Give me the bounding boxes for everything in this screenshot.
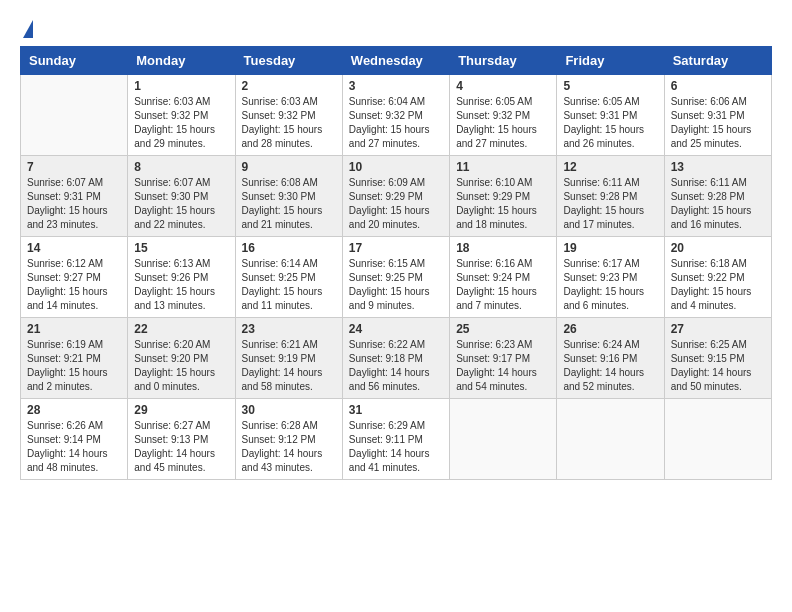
day-info: Sunrise: 6:08 AMSunset: 9:30 PMDaylight:… <box>242 176 336 232</box>
calendar-cell <box>664 399 771 480</box>
day-info: Sunrise: 6:05 AMSunset: 9:32 PMDaylight:… <box>456 95 550 151</box>
day-number: 19 <box>563 241 657 255</box>
day-info: Sunrise: 6:10 AMSunset: 9:29 PMDaylight:… <box>456 176 550 232</box>
day-info: Sunrise: 6:05 AMSunset: 9:31 PMDaylight:… <box>563 95 657 151</box>
calendar-cell <box>450 399 557 480</box>
day-info: Sunrise: 6:12 AMSunset: 9:27 PMDaylight:… <box>27 257 121 313</box>
calendar-cell: 29Sunrise: 6:27 AMSunset: 9:13 PMDayligh… <box>128 399 235 480</box>
calendar-cell: 15Sunrise: 6:13 AMSunset: 9:26 PMDayligh… <box>128 237 235 318</box>
day-number: 11 <box>456 160 550 174</box>
column-header-friday: Friday <box>557 47 664 75</box>
day-number: 13 <box>671 160 765 174</box>
calendar-week-row: 14Sunrise: 6:12 AMSunset: 9:27 PMDayligh… <box>21 237 772 318</box>
day-number: 18 <box>456 241 550 255</box>
day-number: 31 <box>349 403 443 417</box>
day-number: 20 <box>671 241 765 255</box>
column-header-thursday: Thursday <box>450 47 557 75</box>
calendar-cell: 4Sunrise: 6:05 AMSunset: 9:32 PMDaylight… <box>450 75 557 156</box>
calendar-cell: 14Sunrise: 6:12 AMSunset: 9:27 PMDayligh… <box>21 237 128 318</box>
calendar-cell: 13Sunrise: 6:11 AMSunset: 9:28 PMDayligh… <box>664 156 771 237</box>
day-number: 5 <box>563 79 657 93</box>
calendar-cell: 21Sunrise: 6:19 AMSunset: 9:21 PMDayligh… <box>21 318 128 399</box>
day-info: Sunrise: 6:07 AMSunset: 9:31 PMDaylight:… <box>27 176 121 232</box>
logo-triangle-icon <box>23 20 33 38</box>
header <box>20 16 772 38</box>
day-info: Sunrise: 6:13 AMSunset: 9:26 PMDaylight:… <box>134 257 228 313</box>
calendar-cell: 22Sunrise: 6:20 AMSunset: 9:20 PMDayligh… <box>128 318 235 399</box>
day-number: 28 <box>27 403 121 417</box>
day-number: 2 <box>242 79 336 93</box>
column-header-monday: Monday <box>128 47 235 75</box>
day-number: 14 <box>27 241 121 255</box>
day-number: 6 <box>671 79 765 93</box>
calendar-cell: 10Sunrise: 6:09 AMSunset: 9:29 PMDayligh… <box>342 156 449 237</box>
calendar-cell: 26Sunrise: 6:24 AMSunset: 9:16 PMDayligh… <box>557 318 664 399</box>
day-info: Sunrise: 6:22 AMSunset: 9:18 PMDaylight:… <box>349 338 443 394</box>
calendar-cell <box>21 75 128 156</box>
day-number: 8 <box>134 160 228 174</box>
calendar-cell: 25Sunrise: 6:23 AMSunset: 9:17 PMDayligh… <box>450 318 557 399</box>
calendar-cell: 23Sunrise: 6:21 AMSunset: 9:19 PMDayligh… <box>235 318 342 399</box>
calendar-cell: 5Sunrise: 6:05 AMSunset: 9:31 PMDaylight… <box>557 75 664 156</box>
calendar-cell: 2Sunrise: 6:03 AMSunset: 9:32 PMDaylight… <box>235 75 342 156</box>
calendar-week-row: 7Sunrise: 6:07 AMSunset: 9:31 PMDaylight… <box>21 156 772 237</box>
day-info: Sunrise: 6:15 AMSunset: 9:25 PMDaylight:… <box>349 257 443 313</box>
day-number: 15 <box>134 241 228 255</box>
column-header-saturday: Saturday <box>664 47 771 75</box>
day-number: 3 <box>349 79 443 93</box>
day-info: Sunrise: 6:17 AMSunset: 9:23 PMDaylight:… <box>563 257 657 313</box>
calendar-cell: 1Sunrise: 6:03 AMSunset: 9:32 PMDaylight… <box>128 75 235 156</box>
day-info: Sunrise: 6:16 AMSunset: 9:24 PMDaylight:… <box>456 257 550 313</box>
calendar-cell: 6Sunrise: 6:06 AMSunset: 9:31 PMDaylight… <box>664 75 771 156</box>
calendar-cell: 9Sunrise: 6:08 AMSunset: 9:30 PMDaylight… <box>235 156 342 237</box>
day-info: Sunrise: 6:27 AMSunset: 9:13 PMDaylight:… <box>134 419 228 475</box>
calendar-cell: 11Sunrise: 6:10 AMSunset: 9:29 PMDayligh… <box>450 156 557 237</box>
day-number: 1 <box>134 79 228 93</box>
column-header-wednesday: Wednesday <box>342 47 449 75</box>
day-number: 26 <box>563 322 657 336</box>
logo <box>20 16 33 38</box>
day-number: 23 <box>242 322 336 336</box>
calendar-cell: 12Sunrise: 6:11 AMSunset: 9:28 PMDayligh… <box>557 156 664 237</box>
day-info: Sunrise: 6:07 AMSunset: 9:30 PMDaylight:… <box>134 176 228 232</box>
calendar-cell: 30Sunrise: 6:28 AMSunset: 9:12 PMDayligh… <box>235 399 342 480</box>
day-number: 7 <box>27 160 121 174</box>
calendar-cell: 27Sunrise: 6:25 AMSunset: 9:15 PMDayligh… <box>664 318 771 399</box>
day-info: Sunrise: 6:29 AMSunset: 9:11 PMDaylight:… <box>349 419 443 475</box>
calendar-header-row: SundayMondayTuesdayWednesdayThursdayFrid… <box>21 47 772 75</box>
day-info: Sunrise: 6:04 AMSunset: 9:32 PMDaylight:… <box>349 95 443 151</box>
column-header-tuesday: Tuesday <box>235 47 342 75</box>
calendar-week-row: 1Sunrise: 6:03 AMSunset: 9:32 PMDaylight… <box>21 75 772 156</box>
calendar-table: SundayMondayTuesdayWednesdayThursdayFrid… <box>20 46 772 480</box>
day-number: 9 <box>242 160 336 174</box>
day-number: 21 <box>27 322 121 336</box>
day-number: 12 <box>563 160 657 174</box>
day-number: 10 <box>349 160 443 174</box>
day-info: Sunrise: 6:09 AMSunset: 9:29 PMDaylight:… <box>349 176 443 232</box>
day-number: 22 <box>134 322 228 336</box>
day-info: Sunrise: 6:21 AMSunset: 9:19 PMDaylight:… <box>242 338 336 394</box>
day-number: 17 <box>349 241 443 255</box>
calendar-cell: 24Sunrise: 6:22 AMSunset: 9:18 PMDayligh… <box>342 318 449 399</box>
day-number: 27 <box>671 322 765 336</box>
calendar-cell: 20Sunrise: 6:18 AMSunset: 9:22 PMDayligh… <box>664 237 771 318</box>
day-info: Sunrise: 6:14 AMSunset: 9:25 PMDaylight:… <box>242 257 336 313</box>
day-info: Sunrise: 6:19 AMSunset: 9:21 PMDaylight:… <box>27 338 121 394</box>
day-info: Sunrise: 6:24 AMSunset: 9:16 PMDaylight:… <box>563 338 657 394</box>
day-info: Sunrise: 6:03 AMSunset: 9:32 PMDaylight:… <box>134 95 228 151</box>
column-header-sunday: Sunday <box>21 47 128 75</box>
day-info: Sunrise: 6:28 AMSunset: 9:12 PMDaylight:… <box>242 419 336 475</box>
calendar-week-row: 21Sunrise: 6:19 AMSunset: 9:21 PMDayligh… <box>21 318 772 399</box>
calendar-cell: 31Sunrise: 6:29 AMSunset: 9:11 PMDayligh… <box>342 399 449 480</box>
calendar-week-row: 28Sunrise: 6:26 AMSunset: 9:14 PMDayligh… <box>21 399 772 480</box>
day-info: Sunrise: 6:03 AMSunset: 9:32 PMDaylight:… <box>242 95 336 151</box>
calendar-cell: 3Sunrise: 6:04 AMSunset: 9:32 PMDaylight… <box>342 75 449 156</box>
calendar-cell: 18Sunrise: 6:16 AMSunset: 9:24 PMDayligh… <box>450 237 557 318</box>
calendar-cell: 28Sunrise: 6:26 AMSunset: 9:14 PMDayligh… <box>21 399 128 480</box>
day-number: 30 <box>242 403 336 417</box>
day-info: Sunrise: 6:11 AMSunset: 9:28 PMDaylight:… <box>671 176 765 232</box>
day-info: Sunrise: 6:06 AMSunset: 9:31 PMDaylight:… <box>671 95 765 151</box>
day-number: 16 <box>242 241 336 255</box>
calendar-cell: 7Sunrise: 6:07 AMSunset: 9:31 PMDaylight… <box>21 156 128 237</box>
day-number: 4 <box>456 79 550 93</box>
